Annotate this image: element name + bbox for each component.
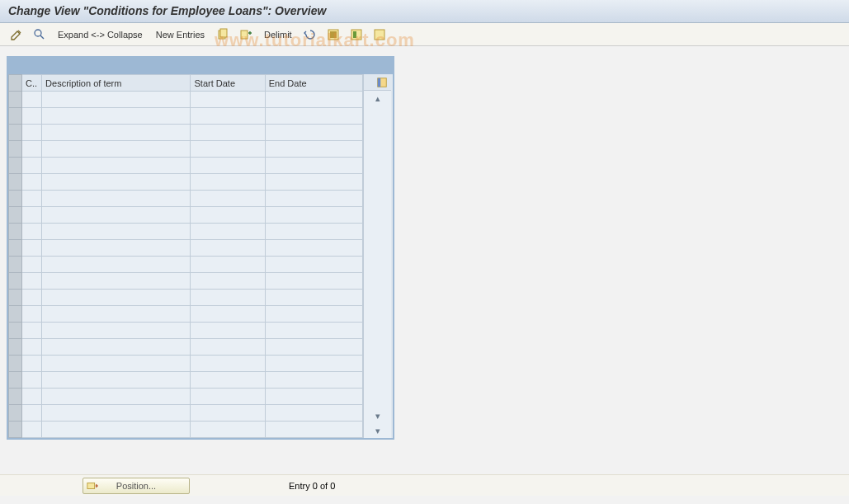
row-selector[interactable] <box>9 306 22 323</box>
table-row[interactable] <box>9 405 363 422</box>
cell-end-date[interactable] <box>265 372 362 389</box>
cell-c[interactable] <box>22 339 42 356</box>
cell-end-date[interactable] <box>265 306 362 323</box>
cell-end-date[interactable] <box>265 158 362 174</box>
row-selector[interactable] <box>9 257 22 273</box>
cell-c[interactable] <box>22 422 42 438</box>
table-row[interactable] <box>9 290 363 306</box>
cell-end-date[interactable] <box>265 125 362 141</box>
cell-description[interactable] <box>42 125 191 141</box>
row-selector[interactable] <box>9 191 22 207</box>
configure-columns-icon[interactable] <box>364 74 391 91</box>
cell-end-date[interactable] <box>265 290 362 306</box>
row-selector[interactable] <box>9 290 22 306</box>
cell-start-date[interactable] <box>191 323 265 339</box>
col-header-description[interactable]: Description of term <box>42 75 191 92</box>
table-row[interactable] <box>9 224 363 240</box>
cell-start-date[interactable] <box>191 207 265 224</box>
overview-table[interactable]: C..Description of termStart DateEnd Date <box>8 74 363 438</box>
cell-description[interactable] <box>42 372 191 389</box>
cell-description[interactable] <box>42 191 191 207</box>
cell-description[interactable] <box>42 389 191 405</box>
cell-start-date[interactable] <box>191 389 265 405</box>
row-selector[interactable] <box>9 207 22 224</box>
cell-description[interactable] <box>42 339 191 356</box>
table-row[interactable] <box>9 356 363 372</box>
cell-description[interactable] <box>42 422 191 438</box>
cell-description[interactable] <box>42 92 191 108</box>
cell-c[interactable] <box>22 372 42 389</box>
deselect-all-icon[interactable] <box>370 26 389 43</box>
cell-end-date[interactable] <box>265 141 362 158</box>
cell-end-date[interactable] <box>265 191 362 207</box>
cell-c[interactable] <box>22 290 42 306</box>
cell-end-date[interactable] <box>265 356 362 372</box>
table-row[interactable] <box>9 158 363 174</box>
cell-description[interactable] <box>42 207 191 224</box>
cell-end-date[interactable] <box>265 273 362 290</box>
expand-collapse-button[interactable]: Expand <-> Collapse <box>53 26 148 43</box>
delimit-button[interactable]: Delimit <box>259 26 297 43</box>
row-selector[interactable] <box>9 174 22 191</box>
cell-c[interactable] <box>22 356 42 372</box>
cell-c[interactable] <box>22 191 42 207</box>
cell-c[interactable] <box>22 125 42 141</box>
row-selector[interactable] <box>9 158 22 174</box>
cell-end-date[interactable] <box>265 108 362 125</box>
row-selector[interactable] <box>9 92 22 108</box>
table-row[interactable] <box>9 207 363 224</box>
row-selector[interactable] <box>9 108 22 125</box>
cell-description[interactable] <box>42 141 191 158</box>
undo-icon[interactable] <box>300 26 320 43</box>
cell-end-date[interactable] <box>265 389 362 405</box>
cell-c[interactable] <box>22 108 42 125</box>
cell-end-date[interactable] <box>265 257 362 273</box>
cell-start-date[interactable] <box>191 290 265 306</box>
cell-c[interactable] <box>22 323 42 339</box>
table-row[interactable] <box>9 141 363 158</box>
row-selector[interactable] <box>9 405 22 422</box>
col-header-start-date[interactable]: Start Date <box>191 75 265 92</box>
cell-end-date[interactable] <box>265 323 362 339</box>
position-button[interactable]: Position... <box>83 478 190 494</box>
cell-start-date[interactable] <box>191 372 265 389</box>
col-header-end-date[interactable]: End Date <box>265 75 362 92</box>
row-selector[interactable] <box>9 240 22 257</box>
cell-start-date[interactable] <box>191 339 265 356</box>
row-selector[interactable] <box>9 356 22 372</box>
cell-c[interactable] <box>22 405 42 422</box>
cell-start-date[interactable] <box>191 306 265 323</box>
cell-c[interactable] <box>22 389 42 405</box>
cell-description[interactable] <box>42 158 191 174</box>
table-row[interactable] <box>9 174 363 191</box>
cell-c[interactable] <box>22 207 42 224</box>
cell-start-date[interactable] <box>191 273 265 290</box>
cell-description[interactable] <box>42 323 191 339</box>
cell-c[interactable] <box>22 273 42 290</box>
cell-start-date[interactable] <box>191 356 265 372</box>
table-row[interactable] <box>9 323 363 339</box>
cell-end-date[interactable] <box>265 92 362 108</box>
cell-c[interactable] <box>22 240 42 257</box>
cell-start-date[interactable] <box>191 158 265 174</box>
pencil-icon[interactable] <box>7 26 26 43</box>
cell-description[interactable] <box>42 174 191 191</box>
table-row[interactable] <box>9 240 363 257</box>
cell-end-date[interactable] <box>265 174 362 191</box>
row-selector[interactable] <box>9 323 22 339</box>
row-selector[interactable] <box>9 389 22 405</box>
cell-start-date[interactable] <box>191 422 265 438</box>
cell-c[interactable] <box>22 174 42 191</box>
cell-c[interactable] <box>22 257 42 273</box>
cell-start-date[interactable] <box>191 257 265 273</box>
row-selector[interactable] <box>9 372 22 389</box>
row-selector[interactable] <box>9 339 22 356</box>
cell-start-date[interactable] <box>191 405 265 422</box>
scroll-down-end-icon[interactable]: ▾ <box>364 423 391 438</box>
cell-description[interactable] <box>42 306 191 323</box>
cell-end-date[interactable] <box>265 224 362 240</box>
copy-icon[interactable] <box>213 26 233 43</box>
cell-start-date[interactable] <box>191 92 265 108</box>
cell-description[interactable] <box>42 257 191 273</box>
scroll-down-icon[interactable]: ▾ <box>364 408 391 423</box>
